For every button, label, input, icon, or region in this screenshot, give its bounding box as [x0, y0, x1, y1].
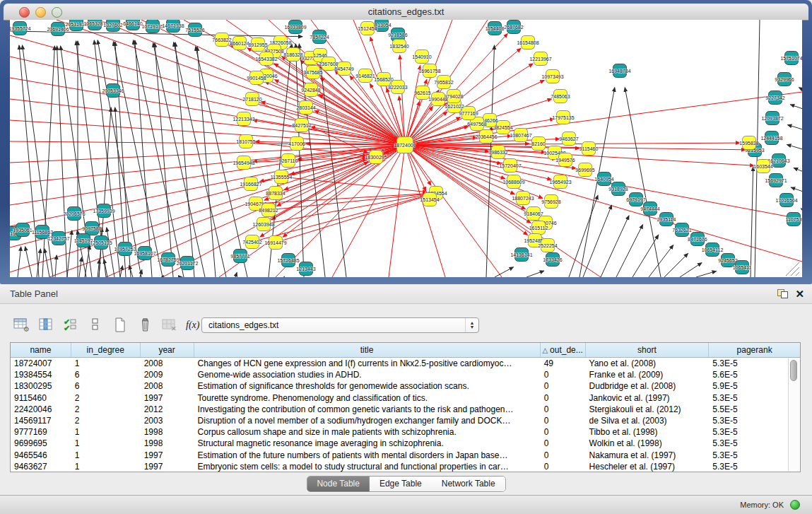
graph-node-label: 1640954 — [594, 177, 613, 182]
graph-node-label: 15751074 — [780, 56, 802, 61]
table-cell: 18300295 — [11, 381, 71, 391]
table-row[interactable]: 1872400712008Changes of HCN gene express… — [11, 358, 800, 369]
table-cell: Yano et al. (2008) — [586, 358, 710, 368]
graph-node-label: 9227342 — [765, 95, 784, 100]
citation-edge — [389, 145, 405, 277]
table-cell: 49 — [541, 358, 586, 368]
select-all-icon[interactable]: ✔✔ — [61, 315, 81, 334]
table-cell: Nakamura et al. (1997) — [586, 450, 710, 460]
zoom-window-button[interactable] — [52, 7, 62, 18]
graph-node-label: 7955812 — [434, 80, 453, 85]
table-cell: 1997 — [141, 450, 194, 460]
table-row[interactable]: 946362711997Embryonic stem cells: a mode… — [11, 461, 800, 472]
graph-node-label: 10653287 — [83, 21, 105, 26]
table-cell: 5.5E-5 — [709, 404, 800, 414]
table-cell: 0 — [541, 370, 586, 380]
column-header-year[interactable]: year — [141, 343, 194, 357]
graph-node-label: 962615 — [414, 90, 430, 95]
table-cell: 1998 — [141, 427, 194, 437]
table-row[interactable]: 1830029562008Estimation of significance … — [11, 380, 800, 392]
graph-node-label: 15692971 — [765, 178, 787, 183]
graph-edge — [790, 105, 802, 110]
graph-node-label: 1213443 — [296, 267, 315, 271]
tab-edge-table[interactable]: Edge Table — [370, 477, 432, 491]
delete-table-icon[interactable]: ✕ — [160, 315, 180, 334]
citation-edge — [275, 80, 405, 145]
float-panel-icon[interactable] — [777, 289, 788, 298]
graph-node-label: 16154808 — [517, 40, 539, 45]
network-canvas[interactable]: 1935572420691406205314191065328713276026… — [10, 20, 802, 277]
column-header-out_de[interactable]: △out_de... — [541, 343, 586, 357]
table-row[interactable]: 946554611997Estimation of the future num… — [11, 450, 800, 461]
graph-node-label: 11156863 — [32, 230, 53, 235]
node-table: namein_degreeyeartitle△out_de...shortpag… — [10, 342, 801, 472]
new-table-icon[interactable] — [110, 315, 130, 334]
graph-node-label: 9329966 — [775, 77, 794, 82]
table-source-dropdown[interactable]: citations_edges.txt ▲▼ — [201, 317, 479, 333]
graph-edge — [85, 245, 90, 277]
table-row[interactable]: 969969511998Structural magnetic resonanc… — [11, 438, 800, 449]
tab-node-table[interactable]: Node Table — [307, 477, 370, 491]
table-cell: 5.3E-5 — [709, 450, 800, 460]
window-titlebar[interactable]: citations_edges.txt — [4, 4, 808, 21]
network-graph[interactable]: 1935572420691406205314191065328713276026… — [10, 20, 802, 277]
graph-node-label: 9318928 — [608, 187, 628, 192]
table-scrollbar[interactable] — [788, 358, 799, 471]
graph-node-label: 2803144 — [296, 105, 315, 110]
column-header-in_degree[interactable]: in_degree — [71, 343, 141, 357]
table-cell: 0 — [541, 462, 586, 472]
svg-text:✕: ✕ — [171, 325, 177, 332]
graph-node-label: 9857771 — [230, 254, 249, 259]
graph-node-label: 12505135 — [90, 240, 112, 245]
table-scrollbar-thumb[interactable] — [790, 360, 797, 381]
graph-node-label: 9245652 — [718, 258, 737, 263]
column-header-pagerank[interactable]: pagerank — [709, 343, 800, 357]
table-row[interactable]: 911546021997Tourette syndrome. Phenomeno… — [11, 392, 800, 404]
graph-edge — [129, 265, 133, 277]
graph-node-label: 10719135 — [141, 24, 163, 29]
column-header-short[interactable]: short — [586, 343, 710, 357]
resize-grip-icon[interactable] — [796, 272, 799, 276]
graph-node-label: 9901458 — [247, 76, 266, 81]
memory-status-indicator[interactable] — [790, 500, 800, 510]
graph-edge — [801, 209, 802, 212]
close-window-button[interactable] — [19, 7, 30, 18]
show-column-icon[interactable] — [36, 315, 56, 334]
graph-node-label: 15716485 — [277, 258, 299, 263]
table-row[interactable]: 1938455462009Genome-wide association stu… — [11, 369, 800, 380]
graph-node-label: 9463627 — [559, 136, 578, 141]
graph-node-label: 8660124 — [230, 41, 249, 46]
column-header-name[interactable]: name — [11, 343, 71, 357]
table-row[interactable]: 2242004622012Investigating the contribut… — [11, 404, 800, 415]
table-row[interactable]: 1456911722003Disruption of a novel membe… — [11, 415, 800, 426]
graph-node-label: 10688609 — [502, 180, 524, 185]
graph-edge — [569, 195, 598, 277]
graph-node-label: 20053346 — [102, 88, 124, 93]
table-mode-icon[interactable]: ⚙ — [11, 315, 31, 334]
resize-grip-icon[interactable] — [791, 267, 799, 276]
minimize-window-button[interactable] — [35, 7, 46, 18]
unselect-all-icon[interactable] — [86, 315, 105, 334]
close-panel-icon[interactable]: ✕ — [795, 286, 804, 302]
graph-node-label: 7485063 — [551, 94, 570, 99]
graph-node-label: 10654112 — [702, 247, 724, 252]
table-cell: 2 — [71, 416, 141, 426]
graph-node-label: 16948784 — [608, 69, 630, 74]
table-cell: 0 — [541, 416, 586, 426]
graph-node-label: 8912955 — [248, 42, 267, 47]
graph-node-label: 9699695 — [575, 168, 594, 173]
graph-node-label: 17359939 — [93, 209, 114, 214]
graph-node-label: 12342757 — [47, 236, 69, 241]
delete-column-icon[interactable] — [135, 315, 155, 334]
table-row[interactable]: 977716911998Corpus callosum shape and si… — [11, 426, 800, 438]
tab-network-table[interactable]: Network Table — [432, 477, 505, 491]
citation-edge — [10, 99, 405, 145]
citation-edge — [405, 145, 802, 262]
graph-node-label: 12603948 — [252, 222, 274, 227]
column-header-label: year — [158, 345, 175, 355]
graph-node-label: 1733426 — [543, 257, 562, 262]
window-title: citations_edges.txt — [4, 4, 808, 20]
column-header-title[interactable]: title — [194, 343, 541, 357]
graph-edge — [113, 42, 163, 277]
table-cell: Structural magnetic resonance image aver… — [194, 438, 541, 448]
